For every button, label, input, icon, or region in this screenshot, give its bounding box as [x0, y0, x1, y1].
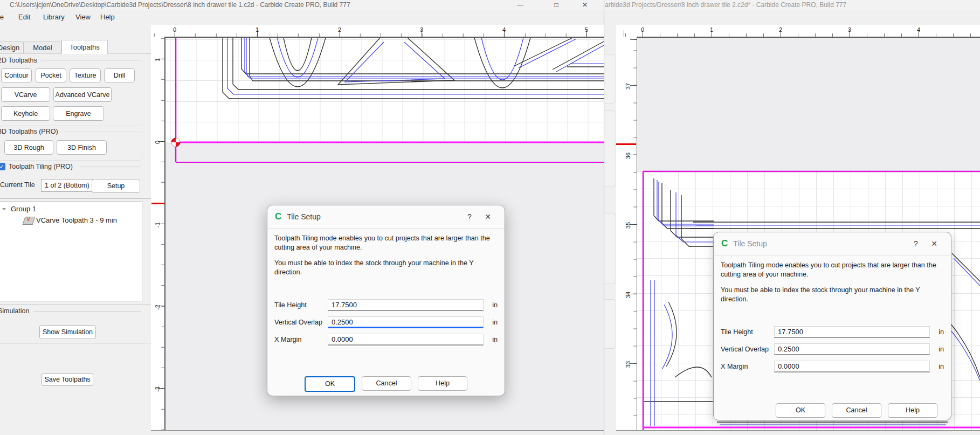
cancel-button[interactable]: Cancel	[832, 403, 881, 418]
simulation-bottom-line	[0, 343, 151, 343]
ruler-number: 1	[154, 58, 161, 61]
ruler-number: 3	[848, 26, 851, 33]
minimize-button[interactable]: —	[512, 0, 528, 10]
tile-setup-dialog-right: C Tile Setup ? ✕ Toolpath Tiling mode en…	[713, 232, 951, 420]
tree-group-label[interactable]: Group 1	[11, 205, 36, 213]
help-button[interactable]: Help	[418, 376, 467, 391]
ok-button[interactable]: OK	[305, 376, 355, 392]
ruler-number: -1	[154, 222, 161, 227]
save-toolpaths-button[interactable]: Save Toolpaths	[42, 373, 93, 386]
toolpath-tiling-checkbox[interactable]: ✓	[0, 163, 5, 170]
vertical-overlap-label: Vertical Overlap	[721, 345, 774, 354]
ruler-number: -3	[154, 386, 161, 392]
vertical-overlap-input[interactable]	[328, 316, 484, 328]
menu-help[interactable]: Help	[97, 11, 118, 23]
menu-edit[interactable]: Edit	[15, 11, 33, 23]
tile-height-input[interactable]	[328, 299, 484, 311]
contour-button[interactable]: Contour	[1, 68, 32, 82]
dialog-help-icon[interactable]: ?	[907, 239, 925, 248]
dialog-paragraph-1: Toolpath Tiling mode enables you to cut …	[274, 234, 498, 252]
vertical-overlap-unit: in	[484, 318, 498, 327]
current-tile-value[interactable]: 1 of 2 (Bottom)	[41, 179, 97, 192]
cancel-button[interactable]: Cancel	[362, 376, 411, 391]
tile-height-input[interactable]	[774, 326, 930, 338]
menu-library[interactable]: Library	[40, 11, 68, 23]
simulation-group-line	[33, 311, 141, 312]
right-titlebar: arbide3d Projects/Dresser/8 inch drawer …	[604, 0, 980, 10]
ruler-number: 2	[779, 26, 782, 33]
engrave-button[interactable]: Engrave	[53, 106, 104, 121]
ruler-number: 35	[625, 222, 631, 229]
keyhole-button[interactable]: Keyhole	[1, 106, 50, 121]
help-button[interactable]: Help	[888, 403, 937, 418]
drill-button[interactable]: Drill	[104, 68, 135, 82]
left-canvas-bottom-line	[151, 430, 604, 431]
3d-rough-button[interactable]: 3D Rough	[4, 140, 53, 155]
ruler-number: 34	[625, 292, 631, 298]
job-origin-marker	[171, 138, 180, 147]
tile-height-label: Tile Height	[721, 328, 774, 337]
menu-view[interactable]: View	[72, 11, 94, 23]
right-horizontal-ruler	[616, 25, 980, 38]
group-2d-label: 2D Toolpaths	[0, 57, 40, 64]
vertical-overlap-label: Vertical Overlap	[274, 318, 328, 327]
vertical-overlap-unit: in	[930, 345, 944, 354]
ruler-number: -2	[154, 305, 161, 310]
tile-boundary-ruler-marker	[151, 203, 164, 204]
ruler-number: 36	[625, 153, 631, 159]
pocket-button[interactable]: Pocket	[36, 68, 66, 82]
vertical-overlap-input[interactable]	[774, 343, 930, 355]
vcarve-toolpath-icon-letter: V	[26, 216, 30, 222]
x-margin-input[interactable]	[328, 334, 484, 346]
tile-setup-button[interactable]: Setup	[92, 179, 140, 193]
tree-toolpath-item[interactable]: VCarve Toolpath 3 - 9 min	[36, 216, 117, 224]
dialog-titlebar[interactable]: C Tile Setup ? ✕	[267, 205, 505, 229]
tile-height-unit: in	[484, 301, 498, 310]
dialog-close-icon[interactable]: ✕	[925, 239, 943, 248]
right-sidebar-sliver-panel	[604, 213, 616, 284]
window-separator	[604, 0, 604, 435]
x-margin-label: X Margin	[721, 362, 774, 371]
tab-design[interactable]: Design	[0, 42, 24, 54]
texture-button[interactable]: Texture	[70, 68, 101, 82]
left-vertical-ruler	[151, 37, 165, 430]
left-titlebar: C:\Users\jcjen\OneDrive\Desktop\Carbide3…	[0, 0, 604, 10]
x-margin-input[interactable]	[774, 361, 930, 372]
sidebar-divider	[0, 198, 151, 199]
close-button[interactable]: ✕	[577, 0, 593, 10]
left-window-title: C:\Users\jcjen\OneDrive\Desktop\Carbide3…	[10, 1, 350, 9]
dialog-help-icon[interactable]: ?	[460, 212, 479, 221]
ruler-number: 33	[625, 361, 631, 368]
show-simulation-button[interactable]: Show Simulation	[39, 325, 96, 339]
current-tile-label: Current Tile	[0, 181, 38, 189]
dialog-title: Tile Setup	[733, 239, 907, 248]
ruler-number: 0	[154, 141, 161, 144]
dialog-close-icon[interactable]: ✕	[479, 212, 497, 221]
advanced-vcarve-button[interactable]: Advanced VCarve	[53, 87, 112, 102]
tile-setup-dialog-left: C Tile Setup ? ✕ Toolpath Tiling mode en…	[267, 205, 505, 396]
carbide-create-logo-icon: C	[275, 211, 281, 222]
ruler-number: 0	[641, 26, 644, 33]
right-vertical-ruler	[616, 37, 638, 430]
simulation-top-line	[0, 305, 151, 305]
ruler-number: 37	[625, 83, 631, 89]
toolpath-tiling-label: Toolpath Tiling (PRO)	[9, 163, 76, 170]
sidebar: Design Model Toolpaths 2D Toolpaths Cont…	[0, 24, 151, 435]
dialog-paragraph-1: Toolpath Tiling mode enables you to cut …	[721, 261, 944, 279]
ruler-number: 5	[585, 26, 588, 33]
x-margin-unit: in	[930, 362, 944, 371]
ruler-number: 1	[710, 26, 713, 33]
tree-group-chevron-icon[interactable]: ⌄	[1, 203, 7, 211]
right-window-title: arbide3d Projects/Dresser/8 inch drawer …	[605, 1, 846, 9]
ruler-number: 1	[256, 26, 259, 33]
tab-model[interactable]: Model	[24, 42, 61, 54]
maximize-button[interactable]: □	[548, 0, 564, 10]
menubar: File Edit Library View Help	[0, 11, 604, 24]
tab-toolpaths[interactable]: Toolpaths	[61, 40, 108, 54]
menu-file[interactable]: File	[0, 11, 7, 23]
right-sidebar-sliver-panel	[604, 111, 616, 187]
ok-button[interactable]: OK	[776, 403, 825, 418]
vcarve-button[interactable]: VCarve	[1, 87, 50, 102]
3d-finish-button[interactable]: 3D Finish	[57, 140, 107, 155]
dialog-titlebar[interactable]: C Tile Setup ? ✕	[714, 232, 951, 256]
